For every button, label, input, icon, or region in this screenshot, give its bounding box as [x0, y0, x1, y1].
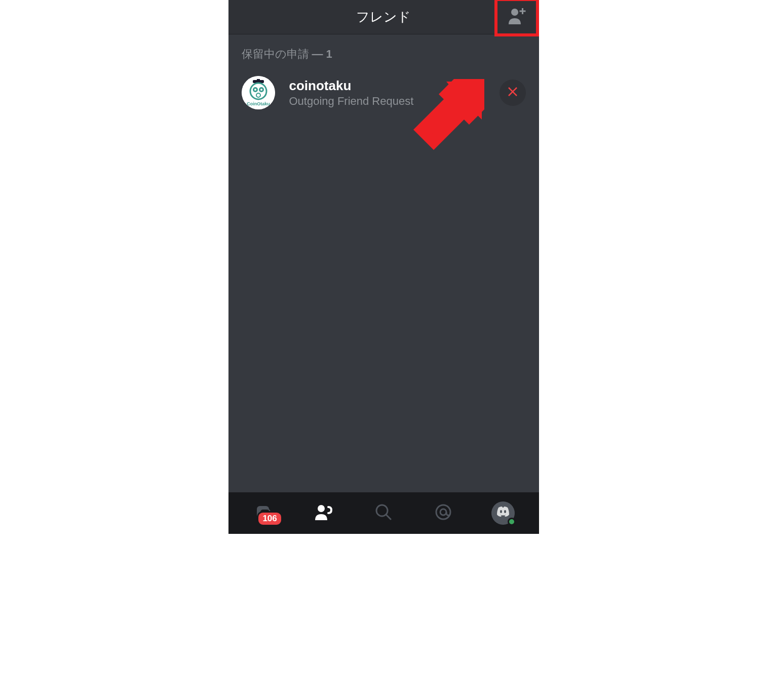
pending-count: 1: [326, 48, 332, 61]
add-friend-icon: [506, 7, 528, 27]
mentions-icon: [434, 503, 452, 523]
svg-line-23: [386, 515, 391, 519]
page-title: フレンド: [356, 8, 411, 26]
notification-badge: 106: [257, 511, 282, 526]
app-screen: フレンド 保留中の申請 — 1: [228, 0, 539, 534]
svg-point-13: [260, 89, 262, 91]
avatar: CoinOtaku: [242, 76, 275, 109]
svg-point-21: [318, 505, 325, 512]
cancel-request-button[interactable]: [500, 80, 526, 106]
add-friend-button[interactable]: [494, 0, 539, 36]
friend-request-status: Outgoing Friend Request: [289, 95, 485, 108]
nav-mentions[interactable]: [428, 498, 458, 528]
friend-info: coinotaku Outgoing Friend Request: [289, 78, 485, 108]
discord-logo-icon: [496, 507, 510, 520]
nav-search[interactable]: [368, 498, 399, 528]
svg-point-0: [511, 9, 518, 16]
pending-section-header: 保留中の申請 — 1: [242, 47, 526, 62]
friend-request-item[interactable]: CoinOtaku coinotaku Outgoing Friend Requ…: [242, 72, 526, 113]
svg-point-12: [254, 89, 256, 91]
friends-icon: [314, 503, 333, 523]
nav-servers[interactable]: 106: [249, 498, 279, 528]
bottom-navigation: 106: [228, 492, 539, 534]
nav-friends[interactable]: [309, 498, 339, 528]
profile-avatar: [491, 501, 515, 525]
pending-dash: —: [312, 48, 323, 61]
svg-point-25: [440, 509, 446, 515]
svg-rect-2: [519, 11, 525, 12]
content-area: 保留中の申請 — 1 CoinOtaku: [228, 34, 539, 492]
close-icon: [508, 87, 518, 99]
search-icon: [374, 503, 393, 523]
svg-point-24: [436, 505, 450, 519]
friend-username: coinotaku: [289, 78, 485, 94]
header-bar: フレンド: [228, 0, 539, 34]
nav-profile[interactable]: [488, 498, 518, 528]
svg-text:CoinOtaku: CoinOtaku: [247, 101, 270, 106]
svg-rect-8: [257, 79, 260, 81]
online-status-indicator: [508, 518, 516, 526]
pending-label: 保留中の申請: [242, 47, 309, 62]
